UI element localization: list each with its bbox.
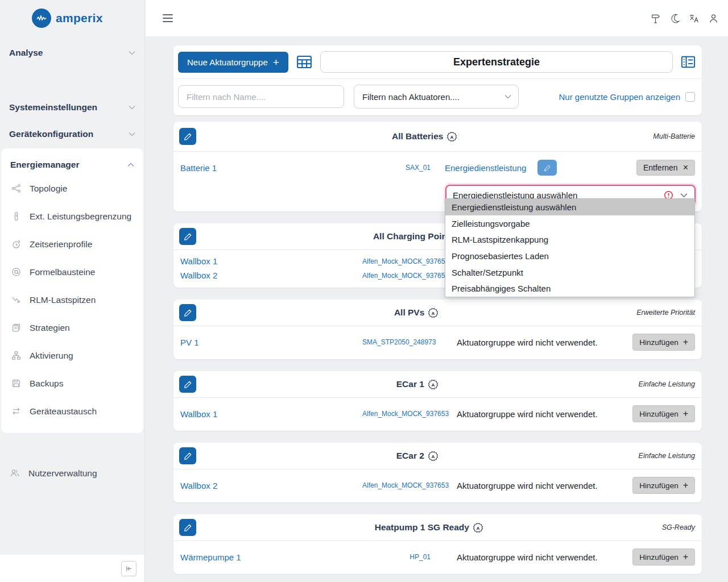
edit-group-button[interactable] <box>179 447 196 464</box>
svg-text:A: A <box>432 310 435 315</box>
amperix-logo-icon <box>32 9 51 28</box>
edit-group-button[interactable] <box>179 128 196 145</box>
sidebar-section-geraetekonfiguration[interactable]: Gerätekonfiguration <box>0 127 144 142</box>
section-label: Systemeinstellungen <box>9 102 97 113</box>
actuator-link[interactable]: PV 1 <box>180 338 362 347</box>
sidebar-item-topologie[interactable]: Topologie <box>1 174 143 202</box>
edit-group-button[interactable] <box>179 304 196 321</box>
chevron-down-icon <box>129 51 135 55</box>
sidebar-item-nutzerverwaltung[interactable]: Nutzerverwaltung <box>0 459 144 487</box>
actuator-link[interactable]: Wallbox 2 <box>180 271 362 280</box>
add-group-button[interactable]: Hinzufügen + <box>632 405 695 422</box>
show-used-groups-label[interactable]: Nur genutzte Gruppen anzeigen <box>559 92 680 102</box>
table-view-icon[interactable] <box>296 53 313 70</box>
device-link[interactable]: Alfen_Mock_MOCK_937653 <box>362 481 431 489</box>
signpost-icon[interactable] <box>650 13 661 24</box>
chevron-down-icon <box>129 132 135 136</box>
auto-badge-icon: A <box>428 451 439 462</box>
actuator-link[interactable]: Batterie 1 <box>180 163 362 173</box>
device-link[interactable]: Alfen_Mock_MOCK_937653 <box>362 272 431 280</box>
svg-text:A: A <box>431 382 435 387</box>
dark-mode-icon[interactable] <box>669 13 680 24</box>
remove-label: Entfernen <box>643 163 678 172</box>
sidebar-item-label: Formelbausteine <box>30 267 95 277</box>
group-card-all-pvs: All PVs A Erweiterte Priorität PV 1 SMA_… <box>173 300 702 359</box>
actuator-row: PV 1 SMA_STP2050_248973 Aktuatorgruppe w… <box>180 331 695 354</box>
group-title: All Charging Point <box>373 231 450 242</box>
sidebar-collapse-button[interactable] <box>121 561 136 576</box>
strategies-icon <box>10 323 22 332</box>
device-link[interactable]: Alfen_Mock_MOCK_937653 <box>362 410 431 418</box>
auto-badge-icon: A <box>473 522 483 533</box>
sidebar-item-backups[interactable]: Backups <box>1 369 143 397</box>
filter-actuators-select[interactable]: Filtern nach Aktuatoren.... <box>354 85 519 109</box>
pencil-icon <box>184 380 192 389</box>
sidebar-item-strategien[interactable]: Strategien <box>1 314 143 342</box>
sidebar-footer <box>0 555 144 582</box>
actuator-link[interactable]: Wallbox 2 <box>180 481 362 490</box>
edit-group-button[interactable] <box>179 519 196 536</box>
sidebar-section-analyse[interactable]: Analyse <box>0 45 144 60</box>
sidebar-section-energiemanager-expanded: Energiemanager Topologie Ext. Leistungsb… <box>1 148 143 433</box>
sidebar-item-label: Zeitserienprofile <box>30 239 92 250</box>
auto-badge-icon: A <box>446 131 457 142</box>
sidebar-item-rlm-lastspitzen[interactable]: RLM-Lastspitzen <box>1 286 143 314</box>
plus-icon: + <box>683 409 688 418</box>
list-view-icon[interactable] <box>680 54 696 70</box>
remove-service-button[interactable]: Entfernen × <box>636 160 695 176</box>
dropdown-option[interactable]: Schalter/Setzpunkt <box>445 264 694 281</box>
device-link[interactable]: HP_01 <box>362 553 431 561</box>
filter-name-input[interactable] <box>178 85 344 108</box>
language-icon[interactable] <box>688 13 700 24</box>
app-root: amperix Analyse Systemeinstellungen Gerä… <box>0 0 728 582</box>
add-label: Hinzufügen <box>639 553 678 562</box>
strategy-header-panel: Neue Aktuatorgruppe + Filtern nach Aktua… <box>173 45 702 115</box>
add-group-button[interactable]: Hinzufügen + <box>632 477 695 494</box>
pencil-icon <box>544 164 551 172</box>
group-type-label: Einfache Leistung <box>639 380 695 388</box>
edit-group-button[interactable] <box>179 228 196 245</box>
dropdown-option[interactable]: Energiedienstleistung auswählen <box>445 199 694 215</box>
topology-icon <box>10 184 22 193</box>
device-link[interactable]: SAX_01 <box>362 164 431 172</box>
sidebar-item-formelbausteine[interactable]: Formelbausteine <box>1 258 143 286</box>
chevron-down-icon <box>504 94 511 99</box>
menu-toggle-icon[interactable] <box>163 14 173 22</box>
group-card-ecar-2: ECar 2 A Einfache Leistung Wallbox 2 Alf… <box>173 443 702 502</box>
user-icon[interactable] <box>708 13 719 24</box>
device-link[interactable]: Alfen_Mock_MOCK_937653 <box>362 257 431 265</box>
group-title: All PVs <box>394 307 424 318</box>
sidebar-section-energiemanager[interactable]: Energiemanager <box>1 155 143 174</box>
show-used-groups-checkbox[interactable] <box>685 92 695 102</box>
formula-icon <box>10 267 22 277</box>
actuator-link[interactable]: Wallbox 1 <box>180 256 362 266</box>
edit-group-button[interactable] <box>179 376 196 393</box>
dropdown-option[interactable]: Preisabhängiges Schalten <box>445 280 694 297</box>
device-swap-icon <box>10 406 22 416</box>
sidebar-item-geraeteaustausch[interactable]: Geräteaustausch <box>1 397 143 425</box>
section-label: Energiemanager <box>10 160 79 170</box>
dropdown-option[interactable]: RLM-Lastspitzenkappung <box>445 231 694 248</box>
chevron-up-icon <box>127 163 134 167</box>
sidebar-item-zeitserienprofile[interactable]: Zeitserienprofile <box>1 230 143 258</box>
sidebar-item-label: Aktivierung <box>30 351 73 361</box>
device-link[interactable]: SMA_STP2050_248973 <box>362 338 431 346</box>
add-group-button[interactable]: Hinzufügen + <box>632 548 695 566</box>
section-label: Analyse <box>9 48 43 58</box>
pencil-icon <box>184 523 192 532</box>
actuator-link[interactable]: Wärmepumpe 1 <box>180 552 362 562</box>
new-actuator-group-button[interactable]: Neue Aktuatorgruppe + <box>178 52 288 73</box>
section-label: Gerätekonfiguration <box>9 129 93 139</box>
add-group-button[interactable]: Hinzufügen + <box>632 334 695 351</box>
sidebar-item-label: Backups <box>30 379 63 389</box>
sidebar-section-systemeinstellungen[interactable]: Systemeinstellungen <box>0 100 144 115</box>
sidebar-item-ext-leistungsbegrenzung[interactable]: Ext. Leistungsbegrenzung <box>1 202 143 230</box>
actuator-link[interactable]: Wallbox 1 <box>180 409 362 419</box>
strategy-name-input[interactable] <box>320 51 673 73</box>
chevron-down-icon <box>129 105 135 110</box>
edit-service-button[interactable] <box>537 160 557 176</box>
dropdown-option[interactable]: Prognosebasiertes Laden <box>445 248 694 264</box>
service-link[interactable]: Energiedienstleistung <box>445 163 526 173</box>
sidebar-item-aktivierung[interactable]: Aktivierung <box>1 342 143 369</box>
dropdown-option[interactable]: Zielleistungsvorgabe <box>445 215 694 232</box>
